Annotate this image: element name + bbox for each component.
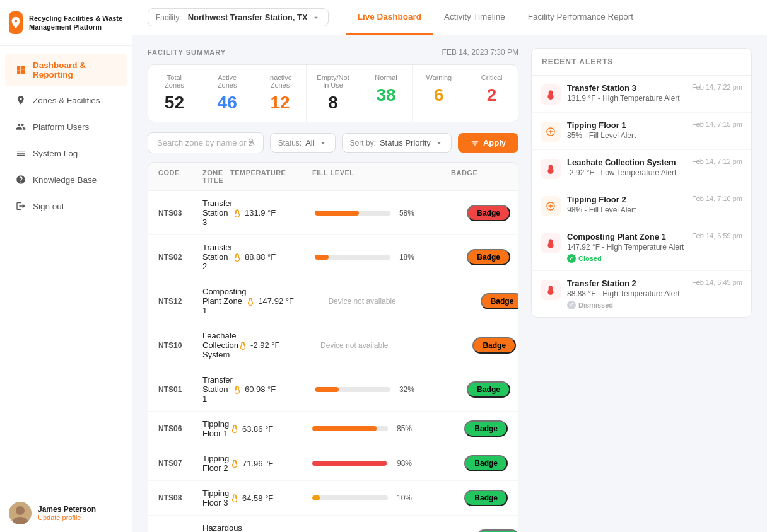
facility-selector[interactable]: Facility: Northwest Transfer Station, TX: [148, 8, 329, 26]
section-date: FEB 14, 2023 7:30 PM: [442, 48, 518, 57]
alert-icon: [541, 233, 561, 253]
zone-badge[interactable]: Badge: [481, 293, 518, 309]
fill-bar: [315, 387, 339, 392]
tab-activity-timeline[interactable]: Activity Timeline: [433, 0, 517, 35]
sidebar-item-log[interactable]: System Log: [5, 141, 127, 166]
summary-card-value: 12: [264, 93, 296, 113]
sidebar-nav: Dashboard & Reporting Zones & Facilities…: [0, 46, 132, 494]
zone-badge[interactable]: Badge: [464, 420, 508, 437]
status-filter[interactable]: Status: All: [270, 133, 336, 153]
alert-icon: [541, 196, 561, 216]
summary-card: Active Zones 46: [201, 65, 254, 122]
search-icon: [247, 137, 256, 149]
sidebar-item-users[interactable]: Platform Users: [5, 114, 127, 139]
table-row[interactable]: NTS07 Tipping Floor 2 71.96 °F 98% Badge: [148, 446, 518, 481]
zone-badge[interactable]: Badge: [476, 529, 518, 533]
zone-badge[interactable]: Badge: [464, 455, 508, 471]
svg-point-1: [16, 506, 25, 515]
zone-title: Hazardous Waste Storage: [202, 523, 242, 532]
alert-body: Composting Plant Zone 1 Feb 14, 6:59 pm …: [567, 232, 742, 263]
fill-bar: [315, 255, 329, 260]
zone-fill: 85%: [312, 424, 451, 433]
zone-badge[interactable]: Badge: [467, 249, 510, 265]
zone-code: NTS01: [158, 385, 202, 394]
alert-name: Leachate Collection System: [567, 158, 676, 167]
user-info: James Peterson Update profile: [38, 505, 96, 521]
zone-fill: 32%: [315, 385, 454, 394]
alert-body: Tipping Floor 1 Feb 14, 7:15 pm 85% - Fi…: [567, 120, 742, 140]
sidebar-item-zones[interactable]: Zones & Facilities: [5, 88, 127, 113]
facility-label: Facility:: [156, 13, 182, 22]
summary-card-value: 46: [211, 93, 243, 113]
right-panel: RECENT ALERTS Transfer Station 3 Feb 14,…: [531, 48, 752, 519]
update-profile-link[interactable]: Update profile: [38, 514, 96, 521]
alert-item[interactable]: Transfer Station 2 Feb 14, 6:45 pm 88.88…: [532, 271, 751, 317]
table-row[interactable]: NTS02 Transfer Station 2 88.88 °F 18% Ba…: [148, 235, 518, 279]
summary-card-label: Inactive Zones: [264, 74, 296, 89]
zone-temp: 88.88 °F: [233, 252, 315, 262]
alert-item[interactable]: Tipping Floor 1 Feb 14, 7:15 pm 85% - Fi…: [532, 113, 751, 150]
zone-badge[interactable]: Badge: [472, 337, 516, 354]
fill-bar-wrap: [315, 387, 390, 392]
signout-icon: [15, 200, 26, 212]
zone-code: NTS08: [158, 494, 202, 502]
page-content: FACILITY SUMMARY FEB 14, 2023 7:30 PM To…: [132, 35, 767, 532]
fill-bar-wrap: [312, 426, 388, 431]
th-code: CODE: [158, 169, 202, 184]
alert-item[interactable]: Leachate Collection System Feb 14, 7:12 …: [532, 150, 751, 187]
temp-icon: [238, 341, 247, 350]
table-row[interactable]: NTS09 Hazardous Waste Storage 61.34 °F D…: [148, 516, 518, 532]
table-header: CODE ZONE TITLE TEMPERATURE FILL LEVEL B…: [148, 163, 518, 191]
zone-badge[interactable]: Badge: [467, 381, 510, 398]
zone-code: NTS06: [158, 424, 202, 433]
sidebar-item-dashboard[interactable]: Dashboard & Reporting: [5, 54, 127, 86]
zone-temp: -2.92 °F: [238, 340, 320, 350]
zone-badge[interactable]: Badge: [464, 490, 508, 506]
temp-icon: [246, 297, 255, 306]
table-row[interactable]: NTS06 Tipping Floor 1 63.86 °F 85% Badge: [148, 412, 518, 446]
sidebar-item-knowledge[interactable]: Knowledge Base: [5, 167, 127, 192]
zone-fill: Device not available: [320, 341, 459, 350]
alert-body: Transfer Station 2 Feb 14, 6:45 pm 88.88…: [567, 279, 742, 309]
sidebar-item-signout[interactable]: Sign out: [5, 194, 127, 219]
table-row[interactable]: NTS12 Composting Plant Zone 1 147.92 °F …: [148, 279, 518, 323]
alert-status-label: Closed: [578, 255, 602, 262]
table-row[interactable]: NTS01 Transfer Station 1 60.98 °F 32% Ba…: [148, 367, 518, 412]
tab-live-dashboard[interactable]: Live Dashboard: [346, 0, 433, 35]
chevron-down-icon: [312, 13, 320, 22]
sidebar-logo: Recycling Facilities & Waste Management …: [0, 0, 132, 46]
device-na: Device not available: [328, 297, 395, 306]
temp-icon: [230, 424, 239, 433]
table-row[interactable]: NTS08 Tipping Floor 3 64.58 °F 10% Badge: [148, 481, 518, 516]
zone-fill: 10%: [312, 494, 451, 502]
zone-badge[interactable]: Badge: [467, 205, 510, 221]
apply-button[interactable]: Apply: [458, 133, 518, 153]
table-row[interactable]: NTS10 Leachate Collection System -2.92 °…: [148, 323, 518, 367]
apply-label: Apply: [483, 138, 506, 147]
alert-status-closed: ✓ Closed: [567, 254, 742, 263]
log-icon: [15, 147, 26, 159]
table-row[interactable]: NTS03 Transfer Station 3 131.9 °F 58% Ba…: [148, 191, 518, 235]
status-dot-closed: ✓: [567, 254, 576, 263]
section-title: FACILITY SUMMARY: [148, 49, 226, 56]
sort-filter[interactable]: Sort by: Status Priority: [342, 133, 452, 153]
summary-card-value: 2: [476, 85, 508, 105]
alert-item[interactable]: Tipping Floor 2 Feb 14, 7:10 pm 98% - Fi…: [532, 187, 751, 224]
badge-cell: Badge: [463, 529, 518, 533]
alert-top: Composting Plant Zone 1 Feb 14, 6:59 pm: [567, 232, 742, 241]
temp-icon: [230, 459, 239, 468]
temp-value: 63.86 °F: [242, 424, 273, 434]
user-name: James Peterson: [38, 505, 96, 514]
alert-top: Leachate Collection System Feb 14, 7:12 …: [567, 158, 742, 167]
search-input[interactable]: [148, 132, 264, 153]
filters-bar: Status: All Sort by: Status Priority App…: [148, 132, 518, 153]
table-body: NTS03 Transfer Station 3 131.9 °F 58% Ba…: [148, 191, 518, 532]
alert-item[interactable]: Composting Plant Zone 1 Feb 14, 6:59 pm …: [532, 224, 751, 271]
fill-percent: 58%: [395, 209, 414, 217]
alert-item[interactable]: Transfer Station 3 Feb 14, 7:22 pm 131.9…: [532, 76, 751, 113]
tab-facility-report[interactable]: Facility Performance Report: [517, 0, 645, 35]
summary-card-value: 38: [370, 85, 402, 105]
alert-time: Feb 14, 7:12 pm: [692, 158, 742, 165]
temp-icon: [230, 494, 239, 502]
status-chevron-icon: [319, 139, 327, 147]
